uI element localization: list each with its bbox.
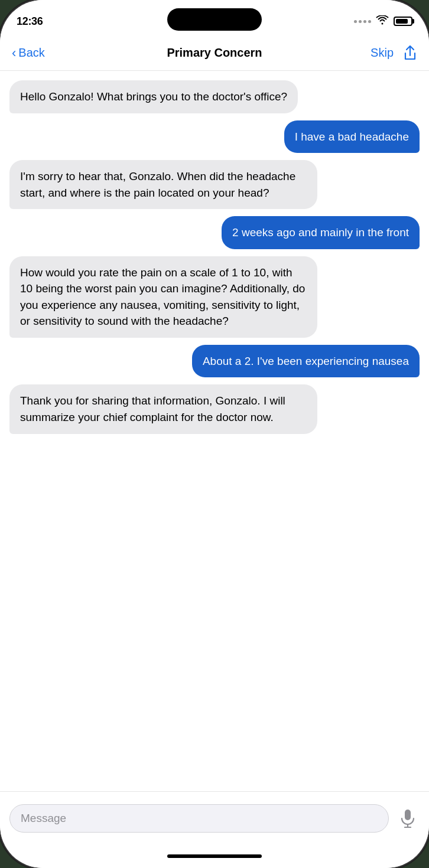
page-title: Primary Concern [167,46,262,60]
battery-fill [396,19,408,24]
message-bubble-2: I have a bad headache [284,120,420,154]
mic-button[interactable] [396,807,420,830]
skip-button[interactable]: Skip [370,46,394,60]
battery-icon [394,17,412,26]
message-bubble-1: Hello Gonzalo! What brings you to the do… [9,80,298,113]
nav-right-actions: Skip [370,45,417,61]
message-row: Hello Gonzalo! What brings you to the do… [9,80,420,113]
message-row: I have a bad headache [9,120,420,154]
dynamic-island [167,8,262,31]
message-input-bar: Message [0,791,429,844]
svg-rect-0 [405,810,411,820]
status-icons [354,15,412,27]
back-label: Back [18,46,44,60]
message-bubble-6: About a 2. I've been experiencing nausea [192,345,420,378]
chat-area: Hello Gonzalo! What brings you to the do… [0,71,429,791]
message-row: I'm sorry to hear that, Gonzalo. When di… [9,160,420,209]
back-chevron-icon: ‹ [12,47,16,60]
message-bubble-7: Thank you for sharing that information, … [9,384,317,433]
message-bubble-4: 2 weeks ago and mainly in the front [222,216,420,249]
status-bar: 12:36 [0,0,429,35]
message-row: How would you rate the pain on a scale o… [9,256,420,338]
message-input-container[interactable]: Message [9,804,389,833]
message-row: About a 2. I've been experiencing nausea [9,345,420,378]
message-row: 2 weeks ago and mainly in the front [9,216,420,249]
wifi-icon [376,15,389,27]
message-placeholder: Message [21,812,66,825]
signal-dot-3 [363,20,366,23]
message-bubble-5: How would you rate the pain on a scale o… [9,256,317,338]
home-bar [167,854,262,858]
back-button[interactable]: ‹ Back [12,46,45,60]
phone-frame: 12:36 [0,0,429,868]
home-indicator [0,844,429,868]
share-button[interactable] [403,45,417,61]
signal-dot-2 [359,20,362,23]
message-row: Thank you for sharing that information, … [9,384,420,433]
nav-bar: ‹ Back Primary Concern Skip [0,35,429,71]
signal-dots [354,20,371,23]
signal-dot-1 [354,20,357,23]
signal-dot-4 [368,20,371,23]
phone-screen: 12:36 [0,0,429,868]
message-bubble-3: I'm sorry to hear that, Gonzalo. When di… [9,160,317,209]
status-time: 12:36 [17,15,43,28]
